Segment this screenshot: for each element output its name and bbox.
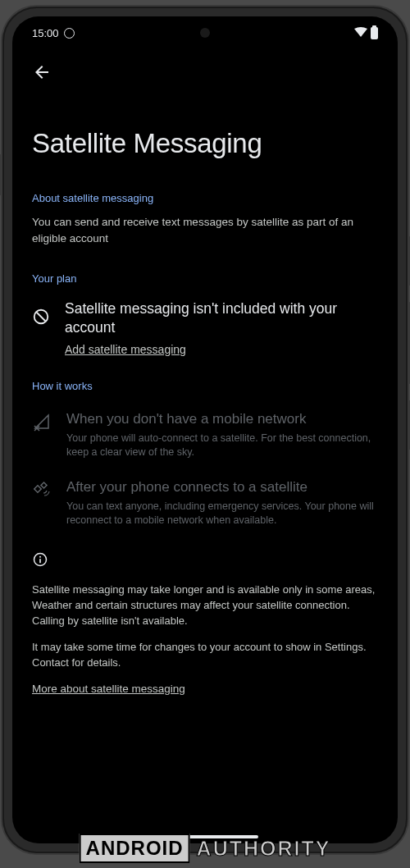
svg-rect-4	[34, 486, 41, 492]
wifi-icon	[354, 27, 367, 39]
how-item-title: After your phone connects to a satellite	[66, 478, 378, 496]
page-title: Satellite Messaging	[32, 128, 378, 159]
how-item-title: When you don't have a mobile network	[66, 410, 378, 428]
plan-status-block: Satellite messaging isn't included with …	[32, 299, 378, 357]
add-satellite-link[interactable]: Add satellite messaging	[65, 343, 186, 356]
screen: 15:00 Satellite Messaging About satellit…	[12, 16, 398, 843]
more-about-link[interactable]: More about satellite messaging	[32, 683, 185, 695]
arrow-back-icon	[32, 62, 52, 82]
plan-status-title: Satellite messaging isn't included with …	[65, 299, 378, 338]
not-included-icon	[32, 308, 50, 329]
svg-rect-5	[41, 482, 47, 488]
how-item-desc: Your phone will auto-connect to a satell…	[66, 432, 378, 460]
info-icon	[32, 551, 378, 571]
disclaimer-text: It may take some time for changes to you…	[32, 640, 378, 671]
section-header-about: About satellite messaging	[32, 192, 378, 204]
section-header-plan: Your plan	[32, 272, 378, 285]
no-signal-icon	[32, 412, 52, 435]
how-item-desc: You can text anyone, including emergency…	[66, 500, 378, 528]
camera-cutout	[200, 28, 210, 38]
satellite-icon	[32, 480, 52, 503]
disclaimer-text: Satellite messaging may take longer and …	[32, 582, 378, 629]
svg-line-1	[37, 312, 46, 321]
svg-point-7	[39, 556, 41, 558]
back-button[interactable]	[32, 49, 378, 92]
side-button	[0, 154, 2, 195]
how-item: After your phone connects to a satellite…	[32, 478, 378, 528]
how-item: When you don't have a mobile network You…	[32, 410, 378, 460]
status-time: 15:00	[32, 27, 59, 39]
svg-rect-8	[39, 559, 41, 563]
dnd-icon	[64, 28, 75, 39]
phone-frame: 15:00 Satellite Messaging About satellit…	[2, 7, 408, 853]
watermark-part1: ANDROID	[80, 834, 190, 863]
watermark: ANDROID AUTHORITY	[80, 834, 331, 863]
about-text: You can send and receive text messages b…	[32, 214, 378, 248]
battery-icon	[371, 27, 378, 39]
section-header-how: How it works	[32, 380, 378, 392]
watermark-part2: AUTHORITY	[197, 837, 331, 861]
